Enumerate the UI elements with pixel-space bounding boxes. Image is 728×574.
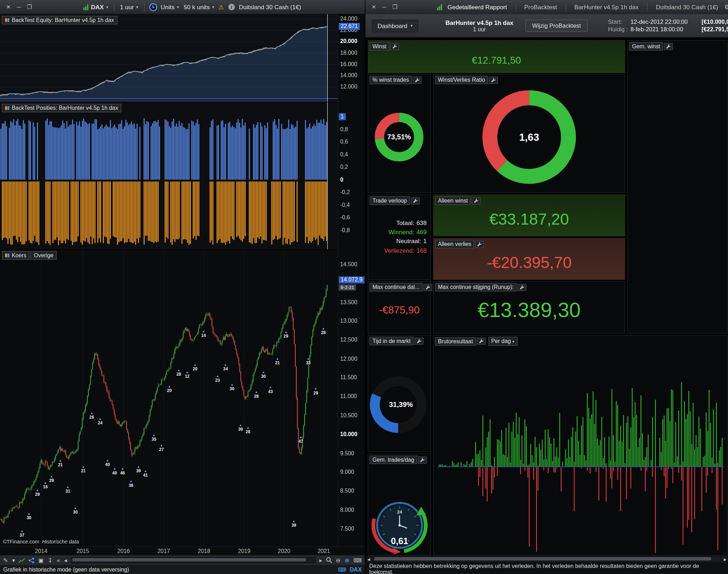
close-icon[interactable]: ✕ — [6, 4, 11, 10]
zoom-search-icon[interactable] — [325, 557, 332, 564]
axis-label: 0 — [340, 176, 343, 183]
wrench-icon[interactable] — [489, 76, 498, 84]
draw-tool-icon[interactable]: ✎ — [2, 556, 9, 564]
time-axis[interactable]: 20142015201620172018201920202021 — [0, 546, 365, 555]
bruto-bar-chart[interactable] — [438, 348, 724, 553]
wijzig-probacktest-button[interactable]: Wijzig ProBacktest — [526, 20, 588, 32]
current-value-chip: 8-2-21 — [339, 284, 356, 290]
wrench-icon[interactable] — [390, 43, 399, 50]
positions-panel-label[interactable]: BackTest Posities: BarHunter v4.5p 1h da… — [2, 104, 121, 112]
time-axis-label: 2016 — [114, 548, 133, 554]
axis-label: 10.500 — [340, 412, 357, 418]
titlebar-tabs: Gedetailleerd RapportProBacktestBarHunte… — [442, 3, 723, 11]
equity-chart[interactable] — [0, 14, 338, 102]
axis-label: 0,4 — [340, 151, 348, 157]
axis-label: 13.000 — [340, 318, 357, 324]
axis-label: 0,2 — [340, 164, 348, 170]
symbol-label: DAX — [91, 4, 104, 11]
gear-icon[interactable]: ⚙ — [723, 3, 728, 11]
h-scrollbar-thumb[interactable] — [374, 557, 711, 560]
time-axis-label: 2019 — [235, 548, 254, 554]
panel-gem-winst: Gem. winst — [627, 40, 728, 333]
tab-koers[interactable]: Koers — [2, 251, 30, 260]
axis-label: 14.500 — [340, 261, 357, 267]
timeframe-dropdown[interactable]: 1 uur▾ — [118, 2, 141, 11]
axis-label: 24.000 — [340, 15, 357, 22]
wrench-icon[interactable] — [411, 197, 419, 204]
positions-chart[interactable] — [0, 102, 338, 250]
titlebar-tab[interactable]: ProBacktest — [519, 4, 562, 11]
info-icon[interactable]: i — [228, 4, 235, 10]
scroll-left-arrow[interactable]: ◂ — [366, 555, 371, 564]
trades-clock-gauge: 240,61 — [368, 454, 430, 555]
symbol-dropdown[interactable]: DAX ▾ — [89, 2, 111, 11]
status-symbol[interactable]: DAX — [350, 566, 362, 573]
units-value-dropdown[interactable]: 50 k units▾ — [181, 2, 216, 11]
scroll-left-arrow[interactable]: ◂ — [63, 556, 68, 564]
scroll-right-arrow[interactable]: ▸ — [318, 556, 323, 564]
svg-text:0,61: 0,61 — [391, 536, 408, 546]
collapse-icon[interactable]: « — [56, 556, 61, 564]
panel-alleen-verlies-title: Alleen verlies — [435, 240, 474, 248]
minimize-icon[interactable]: ─ — [17, 4, 21, 10]
axis-label: 18.000 — [340, 49, 357, 56]
wrench-icon[interactable] — [664, 43, 673, 50]
chart-canvas[interactable]: ▲37▲30▲29▲16▲29▲21▲31▲30▲21▲26▲24▲40▲40▲… — [0, 14, 338, 546]
panel-winst-verlies-ratio: Winst/Verlies Ratio 1,63 — [433, 74, 625, 193]
candlestick-chart[interactable] — [0, 250, 338, 547]
tab-overige[interactable]: Overige — [31, 251, 57, 260]
report-h-scrollbar[interactable]: ◂ ▸ — [366, 556, 728, 563]
equity-panel-label[interactable]: BackTest Equity: BarHunter v4.5p 1h dax — [2, 16, 117, 25]
axis-label: 11.000 — [340, 393, 357, 399]
chevron-down-icon[interactable]: ▾ — [11, 556, 16, 564]
keyboard-icon[interactable]: ⌨ — [337, 565, 347, 574]
h-scrollbar[interactable] — [71, 557, 315, 563]
titlebar-tab[interactable]: Duitsland 30 Cash (1€) — [651, 4, 723, 11]
panel-bruto-title: Brutoresultaat — [435, 337, 476, 345]
dashboard-dropdown[interactable]: Dashboard▾ — [372, 20, 418, 32]
zoom-out-icon[interactable]: ⊖ — [335, 556, 342, 564]
scroll-right-arrow[interactable]: ▸ — [723, 555, 727, 564]
report-header: Dashboard▾ BarHunter v4.5p 1h dax 1 uur … — [365, 14, 728, 38]
warning-icon[interactable]: ⚠ — [218, 4, 224, 11]
maximize-icon[interactable]: ❐ — [392, 4, 397, 10]
keyboard-icon[interactable]: ⌨ — [353, 556, 363, 564]
wrench-icon[interactable] — [477, 338, 486, 345]
chart-titlebar: ✕ ─ ❐ DAX ▾ 1 uur▾ Units▾ 50 k units▾ ⚠ … — [0, 0, 365, 15]
price-scale[interactable]: 24.00022.00020.00018.00016.00014.00012.0… — [338, 14, 365, 546]
h-scrollbar[interactable] — [373, 556, 721, 562]
axis-label: 9.500 — [340, 450, 354, 456]
wrench-icon[interactable] — [418, 456, 427, 463]
units-dropdown[interactable]: Units▾ — [159, 2, 182, 11]
axis-label: 16.000 — [340, 61, 357, 67]
chart-statusbar: Grafiek in historische mode (geen data v… — [0, 565, 365, 574]
window-controls: ✕ ─ ❐ — [371, 4, 397, 10]
zoom-in-icon[interactable]: ⊕ — [344, 556, 350, 564]
panel-alleen-winst: Alleen winst €33.187,20 — [433, 195, 625, 236]
wrench-icon[interactable] — [518, 284, 526, 291]
titlebar-tab[interactable]: Gedetailleerd Rapport — [442, 4, 512, 11]
h-scrollbar-thumb[interactable] — [73, 558, 306, 561]
screenshot-icon[interactable]: ▣ — [37, 556, 44, 564]
chart-style-icon[interactable] — [18, 557, 26, 563]
axis-label: -0,8 — [340, 227, 350, 233]
titlebar-tab[interactable]: BarHunter v4.5p 1h dax — [569, 4, 644, 11]
export-icon[interactable]: ↧ — [47, 556, 54, 564]
wrench-icon[interactable] — [423, 284, 432, 291]
panel-winst: Winst €12.791,50 — [368, 40, 625, 73]
wrench-icon[interactable] — [414, 338, 423, 345]
wrench-icon[interactable] — [475, 241, 484, 248]
time-axis-label: 2020 — [275, 548, 294, 554]
maximize-icon[interactable]: ❐ — [27, 4, 32, 10]
wrench-icon[interactable] — [413, 76, 422, 84]
series-swatch-icon — [5, 18, 9, 22]
chart-window: ✕ ─ ❐ DAX ▾ 1 uur▾ Units▾ 50 k units▾ ⚠ … — [0, 0, 365, 574]
wrench-icon[interactable] — [472, 197, 481, 204]
time-axis-label: 2021 — [314, 548, 333, 554]
minimize-icon[interactable]: ─ — [382, 4, 386, 10]
chart-toolbar: ✎ ▾ ▣ ↧ « ◂ ▸ ⊖ ⊕ ⌨ — [0, 555, 365, 565]
per-dag-dropdown[interactable]: Per dag ▾ — [488, 337, 517, 346]
share-icon[interactable] — [28, 557, 35, 563]
close-icon[interactable]: ✕ — [371, 4, 376, 10]
panel-pct-winst-trades: % winst trades 73,51% — [368, 74, 431, 193]
